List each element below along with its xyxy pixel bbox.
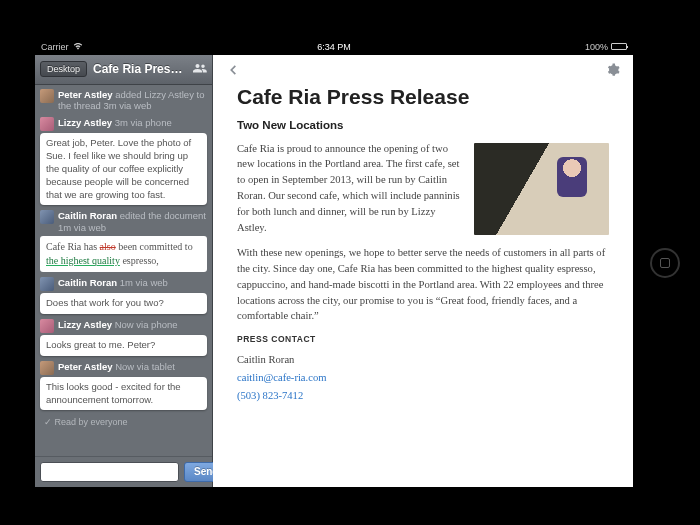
- screen: Carrier 6:34 PM 100% Desktop Cafe Ria Pr…: [35, 39, 633, 487]
- clock: 6:34 PM: [317, 42, 351, 52]
- main-pane: Cafe Ria Press Release Two New Locations…: [213, 55, 633, 487]
- contact-email[interactable]: caitlin@cafe-ria.com: [237, 372, 326, 383]
- sidebar-header: Desktop Cafe Ria Press…: [35, 55, 212, 85]
- status-bar: Carrier 6:34 PM 100%: [35, 39, 633, 55]
- compose-bar: Send: [35, 456, 212, 487]
- desktop-button[interactable]: Desktop: [40, 61, 87, 77]
- battery-icon: [611, 43, 627, 50]
- settings-button[interactable]: [603, 60, 623, 80]
- message-bubble: Looks great to me. Peter?: [40, 335, 207, 356]
- avatar: [40, 89, 54, 103]
- thread-edit: Caitlin Roran edited the document 1m via…: [40, 210, 207, 272]
- wifi-icon: [73, 42, 83, 52]
- thread-message: Lizzy Astley 3m via phone Great job, Pet…: [40, 117, 207, 205]
- thread-message: Caitlin Roran 1m via web Does that work …: [40, 277, 207, 314]
- read-receipt: Read by everyone: [40, 415, 207, 429]
- avatar: [40, 361, 54, 375]
- avatar: [40, 210, 54, 224]
- contact-phone[interactable]: (503) 823-7412: [237, 390, 303, 401]
- app: Desktop Cafe Ria Press… Peter Astley add…: [35, 55, 633, 487]
- back-button[interactable]: [223, 60, 243, 80]
- doc-subtitle: Two New Locations: [237, 119, 609, 131]
- message-bubble: Does that work for you two?: [40, 293, 207, 314]
- doc-paragraph: With these new openings, we hope to bett…: [237, 245, 609, 324]
- compose-input[interactable]: [40, 462, 179, 482]
- battery-percent: 100%: [585, 42, 608, 52]
- thread-message: Lizzy Astley Now via phone Looks great t…: [40, 319, 207, 356]
- main-toolbar: [213, 55, 633, 85]
- thread-message: Peter Astley Now via tablet This looks g…: [40, 361, 207, 411]
- carrier-label: Carrier: [41, 42, 69, 52]
- doc-title: Cafe Ria Press Release: [237, 85, 609, 109]
- sidebar-doc-title: Cafe Ria Press…: [93, 62, 187, 76]
- contact-label: PRESS CONTACT: [237, 333, 609, 346]
- thread-event: Peter Astley added Lizzy Astley to the t…: [40, 89, 207, 113]
- message-bubble: This looks good - excited for the announ…: [40, 377, 207, 411]
- doc-photo: [474, 143, 609, 235]
- people-icon[interactable]: [193, 60, 207, 78]
- contact-name: Caitlin Roran: [237, 352, 609, 368]
- avatar: [40, 277, 54, 291]
- avatar: [40, 117, 54, 131]
- thread[interactable]: Peter Astley added Lizzy Astley to the t…: [35, 85, 212, 456]
- message-bubble: Great job, Peter. Love the photo of Sue.…: [40, 133, 207, 205]
- home-button-icon: [660, 258, 670, 268]
- edit-diff: Cafe Ria has also been committed to the …: [40, 236, 207, 272]
- home-button[interactable]: [650, 248, 680, 278]
- tablet-frame: Carrier 6:34 PM 100% Desktop Cafe Ria Pr…: [0, 0, 700, 525]
- sidebar: Desktop Cafe Ria Press… Peter Astley add…: [35, 55, 213, 487]
- document[interactable]: Cafe Ria Press Release Two New Locations…: [213, 85, 633, 429]
- avatar: [40, 319, 54, 333]
